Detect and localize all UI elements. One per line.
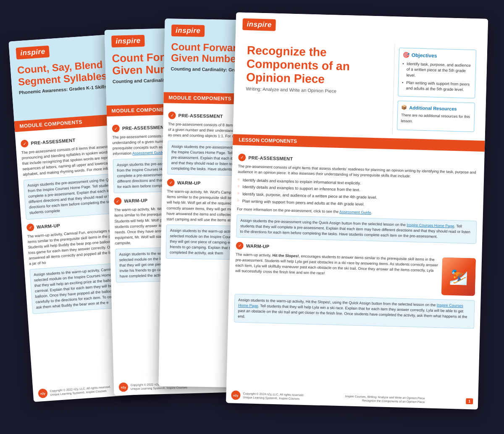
scene: inspire Count, Say, Blend and Segment Sy… xyxy=(21,11,483,423)
additional-resources-panel: 📦 Additional Resources There are no addi… xyxy=(397,100,475,132)
footer-left-card4: n2y Copyright © 2024 n2y, LLC. All right… xyxy=(231,390,304,402)
inspire-logo-card3: inspire xyxy=(171,24,205,37)
footer-text-card1: Copyright © 2022 n2y, LLC. All rights re… xyxy=(50,384,111,396)
objectives-heading-card4: 🎯 Objectives xyxy=(403,51,472,59)
check-icon-1: ✓ xyxy=(21,139,29,147)
inspire-courses-link-2[interactable]: Inspire Courses Home Page xyxy=(238,302,463,308)
warmup-label-card4: WARM-UP xyxy=(246,243,270,249)
pre-assessment-label-card4: PRE-ASSESSMENT xyxy=(248,155,293,161)
card4-inspire-row: inspire xyxy=(242,18,481,41)
assessment-guide-link-card4[interactable]: Assessment Guide xyxy=(339,209,371,214)
inspire-logo-card4: inspire xyxy=(242,18,276,31)
pre-assessment-infobox-text-card4: Assign students the pre-assessment using… xyxy=(240,218,473,240)
footer-logo-card1: n2y xyxy=(38,388,47,398)
warmup-label-card1: WARM-UP xyxy=(37,222,60,229)
footer-logo-card4: n2y xyxy=(231,390,241,400)
card4-header: inspire Recognize the Components of an O… xyxy=(233,12,488,140)
additional-resources-icon: 📦 xyxy=(401,105,407,110)
obj-item-card4-1: Identify task, purpose, and audience of … xyxy=(402,60,472,79)
card4-footer: n2y Copyright © 2024 n2y, LLC. All right… xyxy=(231,390,473,406)
assessment-guide-link-card2[interactable]: Assessment Guide xyxy=(132,150,164,155)
check-icon-6: ✓ xyxy=(167,179,175,186)
card4-left-content: Recognize the Components of an Opinion P… xyxy=(240,39,395,134)
warmup-image-card4: ⛷️ xyxy=(441,257,476,296)
obj-item-card4-2: Plan writing with support from peers and… xyxy=(402,79,472,92)
objectives-icon-card4: 🎯 xyxy=(403,51,410,58)
footer-logo-card2: n2y xyxy=(119,382,129,392)
inspire-logo-card2: inspire xyxy=(111,34,145,47)
warmup-infobox-text-card4: Assign students to the warm-up activity,… xyxy=(238,297,471,325)
pre-assessment-label-card2: PRE-ASSESSMENT xyxy=(122,124,167,131)
inspire-logo-card1: inspire xyxy=(16,45,50,59)
check-icon-4: ✓ xyxy=(114,197,121,205)
warmup-text-card4: The warm-up activity, Hit the Slopes!, e… xyxy=(235,252,476,280)
card4-main-layout: Recognize the Components of an Opinion P… xyxy=(240,39,480,136)
additional-resources-text: There are no additional resources for th… xyxy=(401,113,471,125)
pre-assessment-label-card3: PRE-ASSESSMENT xyxy=(178,113,223,118)
check-icon-2: ✓ xyxy=(26,223,34,231)
page-number: 1 xyxy=(466,398,473,404)
pre-assessment-label-card1: PRE-ASSESSMENT xyxy=(31,137,76,145)
inspire-courses-link-1[interactable]: Inspire Courses Home Page xyxy=(407,222,454,228)
card4-body: ✓ PRE-ASSESSMENT The pre-assessment cons… xyxy=(228,145,485,335)
warmup-label-card3: WARM-UP xyxy=(177,180,201,186)
check-icon-3: ✓ xyxy=(112,124,120,132)
card4-right-sidebar: 🎯 Objectives Identify task, purpose, and… xyxy=(392,43,481,136)
pre-assessment-bullets-card4: Identify details and examples to explain… xyxy=(237,177,478,210)
footer-right-card4: Inspire Courses, Writing: Analyze and Wr… xyxy=(345,394,425,404)
check-icon-5: ✓ xyxy=(168,111,176,119)
additional-resources-heading: 📦 Additional Resources xyxy=(401,105,471,112)
warmup-label-card2: WARM-UP xyxy=(124,198,147,203)
footer-text-card4: Copyright © 2024 n2y, LLC. All rights re… xyxy=(243,391,304,400)
check-icon-7: ✓ xyxy=(238,153,246,161)
check-icon-8: ✓ xyxy=(236,242,244,249)
card4-title: Recognize the Components of an Opinion P… xyxy=(246,44,389,88)
pre-assessment-infobox-card4: Assign students the pre-assessment using… xyxy=(236,214,477,244)
card-recognize-components: inspire Recognize the Components of an O… xyxy=(226,12,488,409)
warmup-infobox-card4: Assign students to the warm-up activity,… xyxy=(234,294,475,329)
warmup-content-card4: ⛷️ The warm-up activity, Hit the Slopes!… xyxy=(235,252,476,297)
skier-figure: ⛷️ xyxy=(449,268,468,284)
objectives-box-card4: 🎯 Objectives Identify task, purpose, and… xyxy=(398,47,476,98)
objectives-panel-card4: 🎯 Objectives Identify task, purpose, and… xyxy=(393,43,481,136)
